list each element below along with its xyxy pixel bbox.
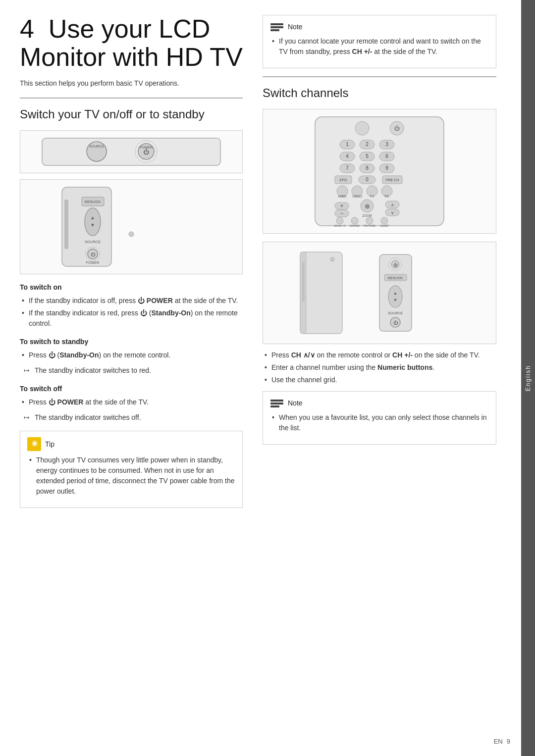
- switch-standby-arrow: The standby indicator switches to red.: [20, 365, 243, 376]
- svg-text:▲: ▲: [90, 215, 95, 220]
- svg-text:DUAL I-II: DUAL I-II: [334, 224, 346, 227]
- chapter-heading: 4 Use your LCD Monitor with HD TV: [20, 15, 243, 71]
- svg-rect-8: [64, 200, 68, 249]
- note-list-2: When you use a favourite list, you can o…: [270, 412, 489, 433]
- note-icon-2: [270, 398, 284, 408]
- svg-text:MENU/OK: MENU/OK: [388, 276, 403, 280]
- remote-side-image: ⏻ MENU/OK ▲ ▼ SOURCE ⏻: [263, 242, 496, 344]
- svg-text:⏻: ⏻: [394, 125, 400, 131]
- svg-rect-96: [270, 400, 283, 402]
- svg-point-72: [336, 217, 343, 224]
- note-header-1: Note: [270, 21, 489, 32]
- svg-rect-23: [315, 117, 444, 226]
- svg-text:∨: ∨: [391, 210, 394, 215]
- svg-text:MENU/OK: MENU/OK: [85, 200, 101, 203]
- svg-point-19: [129, 232, 134, 237]
- svg-rect-98: [270, 405, 279, 407]
- svg-text:1: 1: [346, 142, 349, 147]
- remote-large-image: MENU/OK ▲ ▼ SOURCE ⏻ POWER: [20, 179, 243, 274]
- svg-text:▼: ▼: [393, 298, 398, 302]
- svg-text:POWER: POWER: [86, 261, 99, 264]
- svg-text:⏻: ⏻: [91, 252, 96, 257]
- section-divider-2: [263, 76, 496, 77]
- remote-large-svg: MENU/OK ▲ ▼ SOURCE ⏻ POWER: [32, 185, 230, 269]
- switch-off-heading: To switch off: [20, 384, 243, 394]
- svg-text:SLEEP: SLEEP: [380, 224, 389, 227]
- svg-text:7: 7: [346, 165, 349, 171]
- switch-on-item-1: If the standby indicator is off, press ⏻…: [20, 296, 243, 306]
- svg-text:−: −: [340, 210, 343, 217]
- note-header-2: Note: [270, 398, 489, 408]
- svg-text:5: 5: [366, 153, 369, 159]
- remote-channels-svg: ⏻ 1 2 3 4 5 6: [285, 114, 474, 228]
- note-label-1: Note: [288, 22, 303, 32]
- note-box-1: Note If you cannot locate your remote co…: [263, 15, 496, 68]
- svg-text:⏻: ⏻: [393, 263, 398, 267]
- chapter-title: Use your LCD Monitor with HD TV: [20, 14, 243, 71]
- switch-standby-item-1: Press ⏻ (Standby-On) on the remote contr…: [20, 350, 243, 360]
- svg-text:3: 3: [385, 142, 388, 147]
- switch-channels-item-2: Enter a channel number using the Numeric…: [263, 362, 496, 373]
- svg-rect-22: [270, 29, 279, 31]
- remote-top-svg: SOURCE POWER ⏻: [32, 136, 230, 168]
- tip-text: Though your TV consumes very little powe…: [27, 455, 235, 497]
- note-label-2: Note: [288, 398, 303, 408]
- svg-text:VIDEO: VIDEO: [352, 195, 362, 198]
- tip-label: Tip: [45, 439, 54, 450]
- svg-text:⏻: ⏻: [143, 149, 149, 155]
- svg-rect-80: [300, 252, 342, 334]
- svg-rect-20: [270, 23, 283, 25]
- svg-text:HDMI: HDMI: [338, 195, 347, 198]
- svg-point-11: [85, 208, 101, 236]
- remote-channels-image: ⏻ 1 2 3 4 5 6: [263, 109, 496, 234]
- side-tab-text: English: [524, 365, 533, 391]
- switch-on-list: If the standby indicator is off, press ⏻…: [20, 296, 243, 329]
- section1-title: Switch your TV on/off or to standby: [20, 105, 243, 123]
- switch-channels-item-3: Use the channel grid.: [263, 375, 496, 385]
- svg-text:EPG: EPG: [340, 178, 347, 182]
- switch-channels-item-1: Press CH ∧/∨ on the remote control or CH…: [263, 350, 496, 360]
- svg-text:▲: ▲: [393, 291, 398, 296]
- svg-text:PC: PC: [384, 195, 389, 198]
- svg-point-74: [351, 217, 358, 224]
- svg-text:SOURCE: SOURCE: [89, 145, 104, 148]
- svg-text:ZOOM: ZOOM: [362, 214, 372, 217]
- svg-text:9: 9: [385, 165, 388, 171]
- tip-box: ✳ Tip Though your TV consumes very littl…: [20, 431, 243, 508]
- svg-text:8: 8: [366, 165, 369, 171]
- svg-text:⏻: ⏻: [393, 320, 398, 325]
- en-label: EN: [494, 737, 503, 747]
- switch-off-list: Press ⏻ POWER at the side of the TV.: [20, 397, 243, 407]
- remote-side-svg: ⏻ MENU/OK ▲ ▼ SOURCE ⏻: [285, 247, 474, 339]
- svg-text:▼: ▼: [90, 222, 95, 228]
- svg-text:2: 2: [366, 142, 369, 147]
- svg-text:0: 0: [366, 177, 369, 182]
- switch-on-heading: To switch on: [20, 282, 243, 293]
- switch-standby-list: Press ⏻ (Standby-On) on the remote contr…: [20, 350, 243, 360]
- svg-rect-97: [270, 403, 283, 404]
- remote-top-image: SOURCE POWER ⏻: [20, 130, 243, 173]
- svg-point-78: [381, 217, 388, 224]
- svg-rect-82: [302, 262, 305, 302]
- svg-text:∧: ∧: [391, 202, 394, 207]
- page-number: 9: [507, 737, 510, 747]
- svg-point-24: [355, 121, 369, 135]
- tip-header: ✳ Tip: [27, 437, 235, 451]
- svg-text:SOURCE: SOURCE: [85, 240, 101, 244]
- svg-text:⊗: ⊗: [365, 202, 370, 210]
- svg-text:SOURCE: SOURCE: [388, 311, 403, 315]
- svg-point-90: [388, 286, 402, 307]
- svg-text:+: +: [340, 202, 343, 209]
- svg-text:SOUND: SOUND: [350, 224, 360, 227]
- svg-point-83: [330, 257, 334, 261]
- section2-title: Switch channels: [263, 84, 496, 102]
- tip-list: Though your TV consumes very little powe…: [27, 455, 235, 497]
- switch-standby-heading: To switch to standby: [20, 337, 243, 347]
- note-icon-1: [270, 21, 284, 32]
- switch-on-item-2: If the standby indicator is red, press ⏻…: [20, 308, 243, 329]
- note-text-1: If you cannot locate your remote control…: [270, 36, 489, 57]
- note-list-1: If you cannot locate your remote control…: [270, 36, 489, 57]
- svg-text:4: 4: [346, 153, 349, 159]
- svg-rect-0: [42, 138, 220, 165]
- section-divider-1: [20, 98, 243, 99]
